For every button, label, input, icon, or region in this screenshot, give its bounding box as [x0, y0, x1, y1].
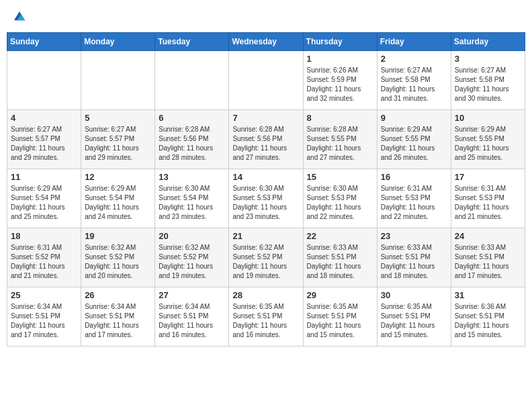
day-header-tuesday: Tuesday: [155, 33, 229, 51]
day-info: Sunrise: 6:33 AM Sunset: 5:51 PM Dayligh…: [381, 243, 447, 281]
day-info: Sunrise: 6:34 AM Sunset: 5:51 PM Dayligh…: [11, 302, 77, 340]
day-number: 31: [455, 290, 521, 300]
day-info: Sunrise: 6:31 AM Sunset: 5:52 PM Dayligh…: [11, 243, 77, 281]
day-cell: 12Sunrise: 6:29 AM Sunset: 5:54 PM Dayli…: [81, 169, 155, 228]
day-info: Sunrise: 6:30 AM Sunset: 5:54 PM Dayligh…: [159, 184, 225, 222]
day-number: 18: [11, 231, 77, 241]
day-cell: 6Sunrise: 6:28 AM Sunset: 5:56 PM Daylig…: [155, 110, 229, 169]
day-number: 21: [232, 231, 299, 241]
day-cell: 9Sunrise: 6:29 AM Sunset: 5:55 PM Daylig…: [377, 110, 451, 169]
day-info: Sunrise: 6:28 AM Sunset: 5:55 PM Dayligh…: [307, 125, 373, 163]
day-header-sunday: Sunday: [7, 33, 81, 51]
days-header-row: SundayMondayTuesdayWednesdayThursdayFrid…: [7, 33, 525, 51]
day-info: Sunrise: 6:29 AM Sunset: 5:54 PM Dayligh…: [11, 184, 77, 222]
day-info: Sunrise: 6:35 AM Sunset: 5:51 PM Dayligh…: [307, 302, 373, 340]
day-cell: 21Sunrise: 6:32 AM Sunset: 5:52 PM Dayli…: [229, 228, 303, 287]
day-info: Sunrise: 6:29 AM Sunset: 5:55 PM Dayligh…: [381, 125, 447, 163]
day-cell: 1Sunrise: 6:26 AM Sunset: 5:59 PM Daylig…: [303, 51, 377, 110]
day-number: 10: [455, 113, 521, 123]
day-number: 29: [307, 290, 373, 300]
day-cell: 22Sunrise: 6:33 AM Sunset: 5:51 PM Dayli…: [303, 228, 377, 287]
day-info: Sunrise: 6:27 AM Sunset: 5:57 PM Dayligh…: [85, 125, 151, 163]
day-info: Sunrise: 6:34 AM Sunset: 5:51 PM Dayligh…: [85, 302, 151, 340]
day-cell: 25Sunrise: 6:34 AM Sunset: 5:51 PM Dayli…: [7, 287, 81, 347]
week-row-3: 11Sunrise: 6:29 AM Sunset: 5:54 PM Dayli…: [7, 169, 525, 228]
day-cell: 15Sunrise: 6:30 AM Sunset: 5:53 PM Dayli…: [303, 169, 377, 228]
day-number: 20: [159, 231, 225, 241]
logo-icon: [12, 9, 27, 24]
day-cell: 31Sunrise: 6:36 AM Sunset: 5:51 PM Dayli…: [451, 287, 525, 347]
day-header-friday: Friday: [377, 33, 451, 51]
day-info: Sunrise: 6:26 AM Sunset: 5:59 PM Dayligh…: [307, 66, 373, 103]
day-info: Sunrise: 6:32 AM Sunset: 5:52 PM Dayligh…: [85, 243, 151, 281]
day-info: Sunrise: 6:30 AM Sunset: 5:53 PM Dayligh…: [307, 184, 373, 222]
day-header-wednesday: Wednesday: [229, 33, 303, 51]
day-number: 4: [11, 113, 77, 123]
day-cell: [155, 51, 229, 110]
calendar-table: SundayMondayTuesdayWednesdayThursdayFrid…: [7, 32, 525, 347]
day-header-saturday: Saturday: [451, 33, 525, 51]
day-info: Sunrise: 6:36 AM Sunset: 5:51 PM Dayligh…: [455, 302, 521, 340]
day-number: 6: [159, 113, 225, 123]
day-number: 17: [455, 172, 521, 182]
day-cell: 30Sunrise: 6:35 AM Sunset: 5:51 PM Dayli…: [377, 287, 451, 347]
day-info: Sunrise: 6:29 AM Sunset: 5:55 PM Dayligh…: [455, 125, 521, 163]
day-cell: 3Sunrise: 6:27 AM Sunset: 5:58 PM Daylig…: [451, 51, 525, 110]
day-number: 19: [85, 231, 151, 241]
day-number: 9: [381, 113, 447, 123]
day-info: Sunrise: 6:27 AM Sunset: 5:58 PM Dayligh…: [381, 66, 447, 103]
day-cell: [229, 51, 303, 110]
day-cell: 16Sunrise: 6:31 AM Sunset: 5:53 PM Dayli…: [377, 169, 451, 228]
day-info: Sunrise: 6:29 AM Sunset: 5:54 PM Dayligh…: [85, 184, 151, 222]
day-cell: [81, 51, 155, 110]
header: [7, 7, 525, 27]
day-cell: 8Sunrise: 6:28 AM Sunset: 5:55 PM Daylig…: [303, 110, 377, 169]
week-row-2: 4Sunrise: 6:27 AM Sunset: 5:57 PM Daylig…: [7, 110, 525, 169]
day-cell: 29Sunrise: 6:35 AM Sunset: 5:51 PM Dayli…: [303, 287, 377, 347]
day-cell: 10Sunrise: 6:29 AM Sunset: 5:55 PM Dayli…: [451, 110, 525, 169]
day-cell: 7Sunrise: 6:28 AM Sunset: 5:56 PM Daylig…: [229, 110, 303, 169]
week-row-1: 1Sunrise: 6:26 AM Sunset: 5:59 PM Daylig…: [7, 51, 525, 110]
day-number: 7: [232, 113, 299, 123]
day-number: 5: [85, 113, 151, 123]
day-number: 22: [307, 231, 373, 241]
day-info: Sunrise: 6:32 AM Sunset: 5:52 PM Dayligh…: [232, 243, 299, 281]
day-cell: 2Sunrise: 6:27 AM Sunset: 5:58 PM Daylig…: [377, 51, 451, 110]
week-row-4: 18Sunrise: 6:31 AM Sunset: 5:52 PM Dayli…: [7, 228, 525, 287]
day-cell: 24Sunrise: 6:33 AM Sunset: 5:51 PM Dayli…: [451, 228, 525, 287]
day-number: 8: [307, 113, 373, 123]
day-number: 28: [232, 290, 299, 300]
day-number: 11: [11, 172, 77, 182]
day-cell: 18Sunrise: 6:31 AM Sunset: 5:52 PM Dayli…: [7, 228, 81, 287]
week-row-5: 25Sunrise: 6:34 AM Sunset: 5:51 PM Dayli…: [7, 287, 525, 347]
day-cell: 23Sunrise: 6:33 AM Sunset: 5:51 PM Dayli…: [377, 228, 451, 287]
day-info: Sunrise: 6:32 AM Sunset: 5:52 PM Dayligh…: [159, 243, 225, 281]
day-number: 2: [381, 54, 447, 64]
day-number: 3: [455, 54, 521, 64]
day-number: 15: [307, 172, 373, 182]
day-number: 30: [381, 290, 447, 300]
day-number: 23: [381, 231, 447, 241]
day-info: Sunrise: 6:27 AM Sunset: 5:58 PM Dayligh…: [455, 66, 521, 103]
day-cell: 4Sunrise: 6:27 AM Sunset: 5:57 PM Daylig…: [7, 110, 81, 169]
day-cell: 11Sunrise: 6:29 AM Sunset: 5:54 PM Dayli…: [7, 169, 81, 228]
day-info: Sunrise: 6:33 AM Sunset: 5:51 PM Dayligh…: [307, 243, 373, 281]
day-number: 27: [159, 290, 225, 300]
day-info: Sunrise: 6:28 AM Sunset: 5:56 PM Dayligh…: [159, 125, 225, 163]
day-cell: 14Sunrise: 6:30 AM Sunset: 5:53 PM Dayli…: [229, 169, 303, 228]
day-info: Sunrise: 6:33 AM Sunset: 5:51 PM Dayligh…: [455, 243, 521, 281]
day-info: Sunrise: 6:31 AM Sunset: 5:53 PM Dayligh…: [381, 184, 447, 222]
day-info: Sunrise: 6:27 AM Sunset: 5:57 PM Dayligh…: [11, 125, 77, 163]
day-info: Sunrise: 6:30 AM Sunset: 5:53 PM Dayligh…: [232, 184, 299, 222]
logo: [12, 9, 30, 24]
day-cell: 28Sunrise: 6:35 AM Sunset: 5:51 PM Dayli…: [229, 287, 303, 347]
day-info: Sunrise: 6:35 AM Sunset: 5:51 PM Dayligh…: [232, 302, 299, 340]
day-number: 26: [85, 290, 151, 300]
day-number: 24: [455, 231, 521, 241]
day-number: 13: [159, 172, 225, 182]
day-cell: 13Sunrise: 6:30 AM Sunset: 5:54 PM Dayli…: [155, 169, 229, 228]
day-number: 16: [381, 172, 447, 182]
day-header-thursday: Thursday: [303, 33, 377, 51]
day-info: Sunrise: 6:34 AM Sunset: 5:51 PM Dayligh…: [159, 302, 225, 340]
day-number: 14: [232, 172, 299, 182]
